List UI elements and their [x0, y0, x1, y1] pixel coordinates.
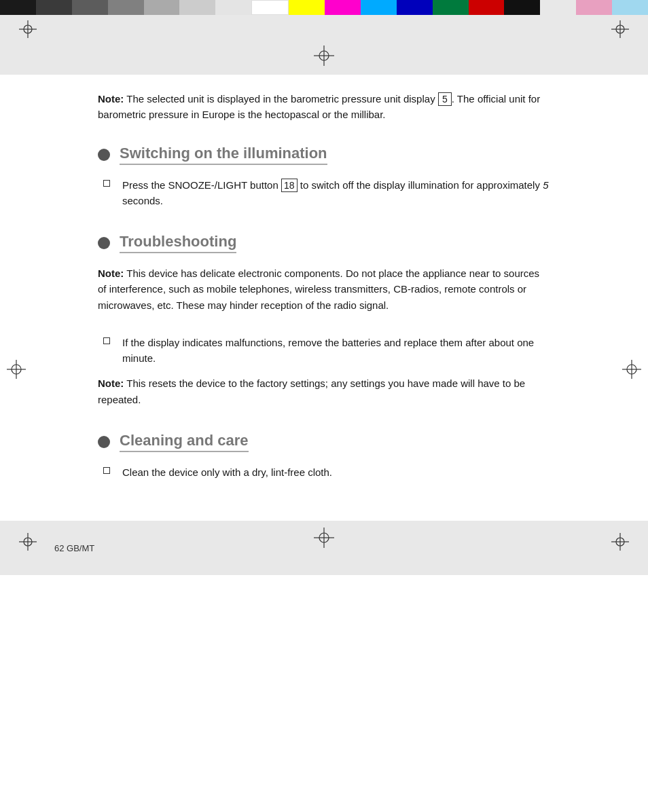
illumination-item-1: Press the SNOOZE-/LIGHT button 18 to swi…: [98, 177, 550, 209]
list-bullet-3: [103, 467, 110, 474]
illumination-bullet: [98, 149, 110, 161]
swatch-magenta: [325, 0, 361, 15]
cleaning-heading: Cleaning and care: [98, 432, 550, 452]
corner-bl-mark: [19, 533, 37, 553]
note-interference: Note: This device has delicate electroni…: [98, 265, 550, 313]
swatch-7: [215, 0, 251, 15]
list-bullet-1: [103, 180, 110, 187]
troubleshooting-heading: Troubleshooting: [98, 233, 550, 253]
note-barometric: Note: The selected unit is displayed in …: [98, 91, 550, 123]
troubleshooting-item-1: If the display indicates malfunctions, r…: [98, 335, 550, 367]
note-label-1: Note:: [98, 93, 124, 105]
troubleshooting-bullet: [98, 237, 110, 249]
note-factory-reset: Note: This resets the device to the fact…: [98, 375, 550, 407]
corner-tl-mark: [19, 20, 37, 40]
list-bullet-2: [103, 337, 110, 344]
note-text-1: The selected unit is displayed in the ba…: [124, 93, 437, 105]
troubleshooting-text-1: If the display indicates malfunctions, r…: [122, 335, 550, 367]
swatch-1: [0, 0, 36, 15]
boxed-18: 18: [281, 179, 298, 192]
italic-5: 5: [543, 179, 548, 191]
swatch-green: [433, 0, 469, 15]
corner-tr-mark: [611, 20, 629, 40]
swatch-lightblue: [612, 0, 648, 15]
swatch-4: [108, 0, 144, 15]
note-text-2: This device has delicate electronic comp…: [98, 267, 539, 311]
illumination-title: Switching on the illumination: [120, 145, 327, 165]
swatch-lightgray: [540, 0, 576, 15]
cleaning-bullet: [98, 436, 110, 448]
bottom-crosshair: [314, 528, 334, 550]
swatch-pink: [576, 0, 612, 15]
cleaning-item-1: Clean the device only with a dry, lint-f…: [98, 464, 550, 480]
footer-band: 62 GB/MT: [0, 521, 648, 575]
illumination-text-1: Press the SNOOZE-/LIGHT button 18 to swi…: [122, 177, 550, 209]
swatch-6: [179, 0, 215, 15]
color-bar: [0, 0, 648, 15]
swatch-cyan: [361, 0, 397, 15]
troubleshooting-title: Troubleshooting: [120, 233, 236, 253]
corner-br-mark: [611, 533, 629, 553]
illumination-heading: Switching on the illumination: [98, 145, 550, 165]
swatch-yellow: [289, 0, 325, 15]
swatch-2: [36, 0, 72, 15]
page-number: 62 GB/MT: [54, 543, 94, 553]
section-troubleshooting: Troubleshooting Note: This device has de…: [98, 233, 550, 407]
top-gray-band: [0, 15, 648, 75]
note-label-2: Note:: [98, 267, 124, 279]
note-label-3: Note:: [98, 377, 124, 389]
swatch-blue: [397, 0, 433, 15]
swatch-8: [251, 0, 289, 15]
section-illumination: Switching on the illumination Press the …: [98, 145, 550, 209]
top-crosshair: [314, 45, 334, 68]
cleaning-text-1: Clean the device only with a dry, lint-f…: [122, 464, 550, 480]
swatch-3: [72, 0, 108, 15]
section-cleaning: Cleaning and care Clean the device only …: [98, 432, 550, 480]
boxed-5: 5: [438, 92, 452, 106]
swatch-red: [469, 0, 505, 15]
cleaning-title: Cleaning and care: [120, 432, 249, 452]
swatch-black: [504, 0, 540, 15]
note-text-3: This resets the device to the factory se…: [98, 377, 525, 405]
swatch-5: [144, 0, 180, 15]
